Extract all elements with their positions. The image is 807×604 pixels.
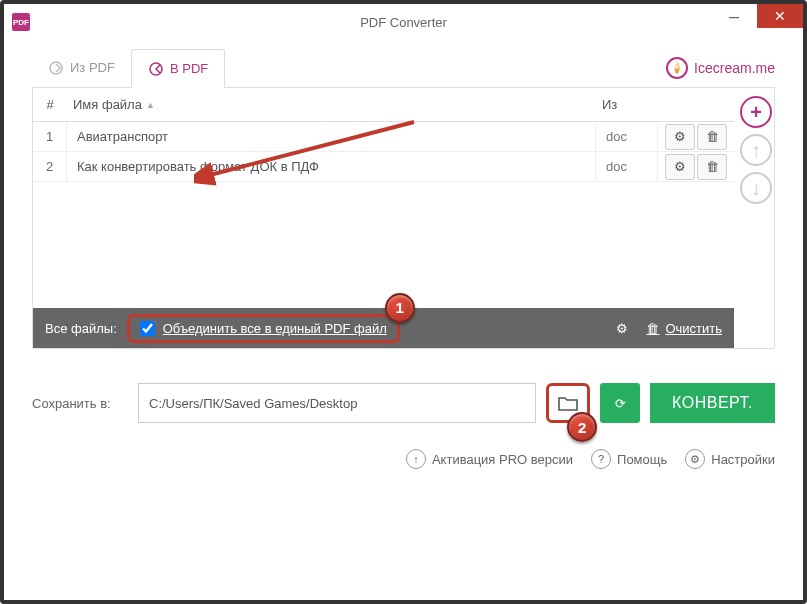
all-settings-button[interactable]: ⚙ [616, 321, 628, 336]
tab-from-pdf[interactable]: Из PDF [32, 48, 131, 87]
move-up-button[interactable]: ↑ [740, 134, 772, 166]
icecream-icon: 🍦 [666, 57, 688, 79]
settings-link[interactable]: ⚙ Настройки [685, 449, 775, 469]
refresh-icon: ⟳ [615, 396, 626, 411]
minimize-button[interactable]: – [711, 4, 757, 28]
arrow-up-icon: ↑ [751, 139, 761, 162]
arrow-down-icon: ↓ [751, 177, 761, 200]
refresh-button[interactable]: ⟳ [600, 383, 640, 423]
header-number[interactable]: # [33, 97, 67, 112]
folder-icon [558, 395, 578, 411]
trash-icon: 🗑 [706, 129, 719, 144]
annotation-badge-2: 2 [567, 412, 597, 442]
sort-asc-icon: ▲ [146, 100, 155, 110]
pro-activation-link[interactable]: ↑ Активация PRO версии [406, 449, 573, 469]
brand-link[interactable]: 🍦 Icecream.me [666, 57, 775, 79]
file-table: # Имя файла▲ Из 1 Авиатранспорт doc ⚙ 🗑 … [33, 88, 734, 348]
help-icon: ? [591, 449, 611, 469]
table-row[interactable]: 1 Авиатранспорт doc ⚙ 🗑 [33, 122, 734, 152]
header-from[interactable]: Из [596, 97, 658, 112]
trash-icon: 🗑 [706, 159, 719, 174]
browse-folder-button[interactable]: 2 [546, 383, 590, 423]
row-settings-button[interactable]: ⚙ [665, 154, 695, 180]
close-button[interactable]: ✕ [757, 4, 803, 28]
all-files-label: Все файлы: [45, 321, 117, 336]
save-path-field[interactable]: C:/Users/ПК/Saved Games/Desktop [138, 383, 536, 423]
arrow-up-icon: ↑ [406, 449, 426, 469]
trash-icon: 🗑 [646, 321, 659, 336]
row-delete-button[interactable]: 🗑 [697, 154, 727, 180]
save-to-label: Сохранить в: [32, 396, 128, 411]
gear-icon: ⚙ [616, 321, 628, 336]
import-icon [148, 61, 164, 77]
table-row[interactable]: 2 Как конвертировать формат ДОК в ПДФ do… [33, 152, 734, 182]
tab-to-pdf[interactable]: В PDF [131, 49, 225, 88]
row-settings-button[interactable]: ⚙ [665, 124, 695, 150]
all-files-bar: Все файлы: Объединить все в единый PDF ф… [33, 308, 734, 348]
merge-checkbox[interactable] [140, 321, 155, 336]
help-link[interactable]: ? Помощь [591, 449, 667, 469]
gear-icon: ⚙ [674, 129, 686, 144]
header-filename[interactable]: Имя файла▲ [67, 97, 596, 112]
titlebar: PDF PDF Converter – ✕ [4, 4, 803, 40]
merge-label[interactable]: Объединить все в единый PDF файл [163, 321, 387, 336]
add-file-button[interactable]: + [740, 96, 772, 128]
move-down-button[interactable]: ↓ [740, 172, 772, 204]
annotation-badge-1: 1 [385, 293, 415, 323]
gear-icon: ⚙ [674, 159, 686, 174]
plus-icon: + [750, 101, 762, 124]
gear-icon: ⚙ [685, 449, 705, 469]
row-delete-button[interactable]: 🗑 [697, 124, 727, 150]
app-logo-icon: PDF [12, 13, 30, 31]
export-icon [48, 60, 64, 76]
window-title: PDF Converter [360, 15, 447, 30]
convert-button[interactable]: КОНВЕРТ. [650, 383, 775, 423]
clear-all-button[interactable]: 🗑 Очистить [646, 321, 722, 336]
